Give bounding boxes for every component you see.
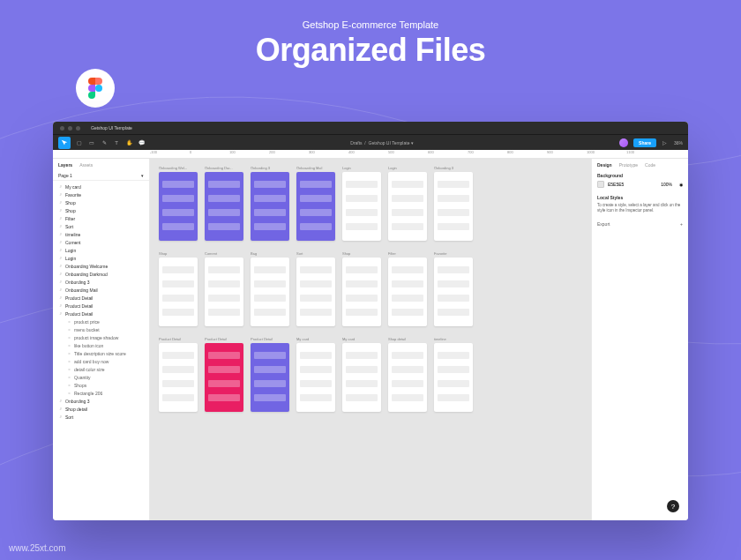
frame-label: Onbording 3 bbox=[434, 166, 473, 170]
bg-opacity[interactable]: 100% bbox=[661, 182, 672, 187]
layer-item[interactable]: ○detail color size bbox=[53, 365, 149, 373]
layer-item[interactable]: #My card bbox=[53, 183, 149, 190]
layer-item[interactable]: #Product Detail bbox=[53, 294, 149, 302]
layer-item[interactable]: ○Title description size score bbox=[53, 349, 149, 357]
layer-item[interactable]: ○add card buy now bbox=[53, 357, 149, 365]
artboard-frame[interactable]: Product Detail bbox=[159, 337, 198, 412]
layer-item[interactable]: #Filter bbox=[53, 214, 149, 222]
layer-item[interactable]: #timeline bbox=[53, 230, 149, 238]
traffic-light-min[interactable] bbox=[68, 126, 72, 131]
artboard-frame[interactable]: Product Detail bbox=[251, 337, 289, 412]
layer-item[interactable]: #Shop bbox=[53, 206, 149, 214]
layer-item[interactable]: ○Rectangle 206 bbox=[53, 389, 149, 397]
canvas[interactable]: Onboarding Wel...Onboarding Dar...Onbord… bbox=[150, 159, 591, 520]
layer-item[interactable]: #Onboarding Welcome bbox=[53, 262, 149, 270]
move-tool[interactable] bbox=[58, 137, 71, 149]
layer-item[interactable]: #Shop detail bbox=[53, 405, 149, 413]
frame-icon: # bbox=[58, 272, 63, 276]
artboard-frame[interactable]: Onboarding Dar... bbox=[205, 166, 243, 241]
artboard-frame[interactable]: Onboarding Wel... bbox=[159, 166, 198, 241]
traffic-light-close[interactable] bbox=[60, 126, 64, 131]
artboard-frame[interactable]: Filter bbox=[388, 251, 427, 326]
layer-item[interactable]: #Product Detail bbox=[53, 310, 149, 317]
layer-item[interactable]: #Product Detail bbox=[53, 302, 149, 310]
layer-item[interactable]: #Onboarding Mail bbox=[53, 286, 149, 294]
shape-tool-icon[interactable]: ▭ bbox=[88, 139, 95, 146]
artboard-frame[interactable]: Login bbox=[342, 166, 381, 241]
traffic-light-max[interactable] bbox=[76, 126, 80, 131]
layer-label: Onbording 3 bbox=[65, 280, 90, 285]
watermark: www.25xt.com bbox=[9, 543, 65, 553]
frame-label: timeline bbox=[434, 337, 473, 341]
artboard-frame[interactable]: Favorite bbox=[434, 251, 473, 326]
frame-icon: # bbox=[58, 414, 63, 419]
frame-icon: # bbox=[58, 280, 63, 284]
artboard-frame[interactable]: timeline bbox=[434, 337, 473, 412]
layer-label: Sort bbox=[65, 224, 73, 229]
layer-item[interactable]: #Favorite bbox=[53, 190, 149, 198]
svg-point-0 bbox=[95, 85, 102, 92]
layer-item[interactable]: #Shop bbox=[53, 198, 149, 206]
layer-child-icon: ○ bbox=[67, 391, 71, 395]
frame-icon: # bbox=[58, 216, 63, 220]
layer-label: Login bbox=[65, 256, 76, 261]
layer-item[interactable]: #Sort bbox=[53, 222, 149, 230]
layer-item[interactable]: #Onbording 3 bbox=[53, 397, 149, 405]
bg-swatch[interactable] bbox=[597, 181, 604, 188]
tab-design[interactable]: Design bbox=[597, 162, 612, 168]
layer-item[interactable]: ○Shops bbox=[53, 381, 149, 389]
artboard-frame[interactable]: Shop bbox=[342, 251, 381, 326]
visibility-icon[interactable]: ◉ bbox=[679, 182, 683, 187]
artboard-frame[interactable]: Onbording 3 bbox=[434, 166, 473, 241]
artboard-frame[interactable]: Onboarding Mail bbox=[296, 166, 335, 241]
window-tab[interactable]: Getshop UI Template bbox=[91, 125, 132, 131]
artboard-frame[interactable]: Login bbox=[388, 166, 427, 241]
help-button[interactable]: ? bbox=[667, 500, 679, 512]
layer-item[interactable]: ○product price bbox=[53, 317, 149, 325]
page-selector[interactable]: Page 1 ▾ bbox=[53, 171, 149, 181]
bg-value[interactable]: E5E5E5 bbox=[608, 182, 624, 187]
share-button[interactable]: Share bbox=[633, 138, 656, 147]
layer-label: Sort bbox=[65, 414, 73, 420]
tab-code[interactable]: Code bbox=[645, 162, 655, 168]
artboard-frame[interactable]: My card bbox=[342, 337, 381, 412]
export-label[interactable]: Export bbox=[597, 221, 610, 227]
layer-child-icon: ○ bbox=[67, 383, 71, 387]
artboard-frame[interactable]: Sort bbox=[296, 251, 335, 326]
frame-label: Favorite bbox=[434, 251, 473, 256]
pen-tool-icon[interactable]: ✎ bbox=[101, 139, 108, 146]
tab-prototype[interactable]: Prototype bbox=[619, 162, 638, 168]
layer-child-icon: ○ bbox=[67, 351, 71, 355]
layer-item[interactable]: ○menu bucket bbox=[53, 325, 149, 333]
layer-item[interactable]: ○product image shadow bbox=[53, 333, 149, 341]
layer-item[interactable]: #Onboarding Darkmod bbox=[53, 270, 149, 278]
avatar[interactable] bbox=[619, 138, 628, 147]
layer-item[interactable]: #Coment bbox=[53, 238, 149, 246]
layer-item[interactable]: #Login bbox=[53, 246, 149, 254]
layer-item[interactable]: ○like button icon bbox=[53, 341, 149, 349]
artboard-frame[interactable]: Onbording 3 bbox=[251, 166, 289, 241]
text-tool-icon[interactable]: T bbox=[113, 139, 120, 146]
layer-label: Title description size score bbox=[74, 351, 126, 356]
artboard-frame[interactable]: Shop detail bbox=[388, 337, 427, 412]
artboard-frame[interactable]: Coment bbox=[205, 251, 243, 326]
artboard-frame[interactable]: Shop bbox=[159, 251, 198, 326]
tab-layers[interactable]: Layers bbox=[58, 162, 72, 168]
layer-item[interactable]: #Onbording 3 bbox=[53, 278, 149, 286]
plus-icon[interactable]: + bbox=[680, 221, 683, 227]
frame-icon: # bbox=[58, 287, 63, 292]
layer-item[interactable]: #Login bbox=[53, 254, 149, 262]
artboard-frame[interactable]: My card bbox=[296, 337, 335, 412]
layer-label: Login bbox=[65, 248, 76, 253]
present-icon[interactable]: ▷ bbox=[662, 139, 669, 146]
frame-tool-icon[interactable]: ▢ bbox=[76, 139, 83, 146]
breadcrumb[interactable]: Drafts / Getshop UI Template ▾ bbox=[145, 140, 619, 146]
hand-tool-icon[interactable]: ✋ bbox=[125, 139, 132, 146]
zoom-level[interactable]: 36% bbox=[674, 140, 683, 146]
comment-tool-icon[interactable]: 💬 bbox=[138, 139, 145, 146]
tab-assets[interactable]: Assets bbox=[79, 162, 93, 168]
artboard-frame[interactable]: Bag bbox=[251, 251, 289, 326]
layer-item[interactable]: ○Quantity bbox=[53, 373, 149, 381]
layer-item[interactable]: #Sort bbox=[53, 413, 149, 421]
artboard-frame[interactable]: Product Detail bbox=[205, 337, 243, 412]
